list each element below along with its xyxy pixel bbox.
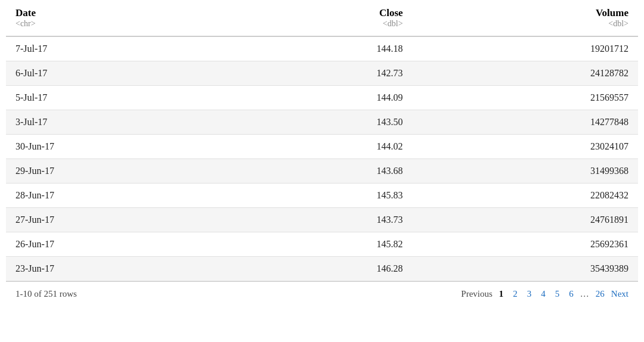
cell-volume: 14277848 [413,110,638,135]
cell-date: 3-Jul-17 [6,110,234,135]
cell-date: 29-Jun-17 [6,159,234,184]
cell-date: 5-Jul-17 [6,86,234,110]
table-row: 23-Jun-17146.2835439389 [6,257,638,281]
col-subtype-close: <dbl> [243,19,403,33]
cell-close: 143.73 [234,208,413,232]
table-row: 7-Jul-17144.1819201712 [6,36,638,61]
cell-volume: 19201712 [413,36,638,61]
table-row: 27-Jun-17143.7324761891 [6,208,638,232]
cell-volume: 31499368 [413,159,638,184]
col-label-volume: Volume [596,7,628,18]
cell-date: 7-Jul-17 [6,36,234,61]
page-4-button[interactable]: 4 [538,288,549,300]
page-6-button[interactable]: 6 [566,288,577,300]
cell-close: 143.50 [234,110,413,135]
cell-volume: 22082432 [413,184,638,208]
page-26-button[interactable]: 26 [593,288,608,300]
table-row: 26-Jun-17145.8225692361 [6,232,638,257]
data-table: Date <chr> Close <dbl> Volume <dbl> 7-Ju… [6,0,638,281]
cell-volume: 24761891 [413,208,638,232]
cell-close: 143.68 [234,159,413,184]
page-2-button[interactable]: 2 [510,288,521,300]
page-3-button[interactable]: 3 [524,288,535,300]
page-1-button[interactable]: 1 [496,288,507,300]
table-body: 7-Jul-17144.18192017126-Jul-17142.732412… [6,36,638,281]
cell-date: 30-Jun-17 [6,135,234,159]
table-header-row: Date <chr> Close <dbl> Volume <dbl> [6,0,638,36]
cell-date: 6-Jul-17 [6,61,234,86]
cell-close: 145.82 [234,232,413,257]
table-container: Date <chr> Close <dbl> Volume <dbl> 7-Ju… [0,0,644,306]
cell-close: 142.73 [234,61,413,86]
cell-date: 28-Jun-17 [6,184,234,208]
pagination-ellipsis: … [580,289,589,299]
cell-close: 144.02 [234,135,413,159]
cell-close: 145.83 [234,184,413,208]
cell-volume: 23024107 [413,135,638,159]
cell-date: 27-Jun-17 [6,208,234,232]
table-row: 6-Jul-17142.7324128782 [6,61,638,86]
table-row: 28-Jun-17145.8322082432 [6,184,638,208]
table-row: 29-Jun-17143.6831499368 [6,159,638,184]
col-label-close: Close [379,7,403,18]
cell-close: 144.09 [234,86,413,110]
cell-date: 23-Jun-17 [6,257,234,281]
cell-volume: 24128782 [413,61,638,86]
table-row: 3-Jul-17143.5014277848 [6,110,638,135]
col-header-close: Close <dbl> [234,0,413,36]
col-subtype-date: <chr> [16,19,224,33]
table-footer: 1-10 of 251 rows Previous 1 2 3 4 5 6 … … [6,281,638,306]
page-5-button[interactable]: 5 [552,288,563,300]
table-row: 5-Jul-17144.0921569557 [6,86,638,110]
col-subtype-volume: <dbl> [422,19,628,33]
col-label-date: Date [16,7,36,18]
cell-volume: 21569557 [413,86,638,110]
prev-page-button[interactable]: Previous [461,289,493,299]
col-header-volume: Volume <dbl> [413,0,638,36]
pagination: Previous 1 2 3 4 5 6 … 26 Next [461,288,628,300]
cell-volume: 25692361 [413,232,638,257]
table-row: 30-Jun-17144.0223024107 [6,135,638,159]
row-info: 1-10 of 251 rows [16,289,77,299]
col-header-date: Date <chr> [6,0,234,36]
cell-volume: 35439389 [413,257,638,281]
next-page-button[interactable]: Next [611,289,628,299]
cell-date: 26-Jun-17 [6,232,234,257]
cell-close: 146.28 [234,257,413,281]
cell-close: 144.18 [234,36,413,61]
